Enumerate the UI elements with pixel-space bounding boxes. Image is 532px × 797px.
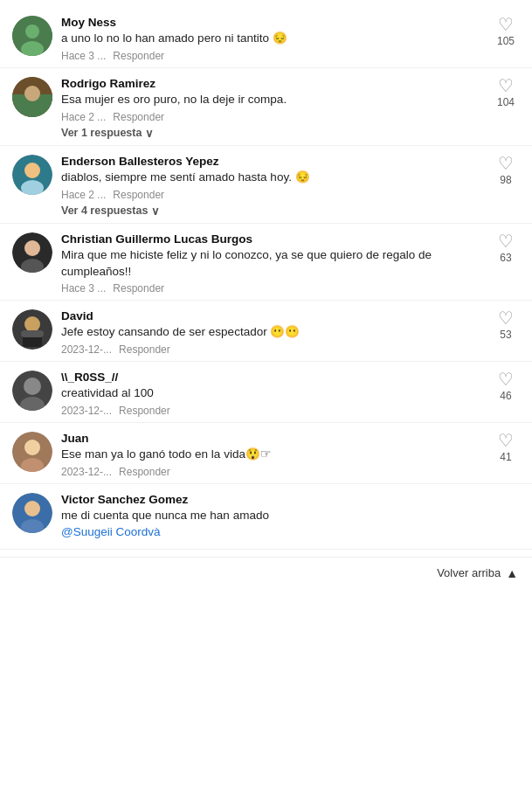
like-section: ♡ 41 [492,432,520,463]
svg-point-7 [24,163,40,178]
comment-meta: Hace 2 ... Responder [61,111,483,123]
svg-point-20 [24,440,40,455]
reply-link[interactable]: Responder [113,50,164,62]
comment-body: Moy Ness a uno lo no lo han amado pero n… [61,16,483,62]
comment-username: \\_R0SS_// [61,371,483,384]
heart-icon[interactable]: ♡ [498,16,514,33]
comment-body: David Jefe estoy cansando de ser especta… [61,309,483,356]
svg-point-13 [24,316,40,332]
comment-text: creatividad al 100 [61,385,483,402]
comment-meta: Hace 3 ... Responder [61,50,483,62]
like-section: ♡ 105 [492,16,520,47]
comment-username: David [61,309,483,322]
comment-time: Hace 3 ... [61,50,106,62]
comment-meta: 2023-12-... Responder [61,405,483,417]
heart-icon[interactable]: ♡ [498,371,514,388]
comment-text: Mira que me hiciste feliz y ni lo conozc… [61,247,483,281]
bottom-bar: Volver arriba ▲ [0,557,532,589]
comment-username: Enderson Ballesteros Yepez [61,155,483,168]
comment-username: Moy Ness [61,16,483,29]
comment-item: \\_R0SS_// creatividad al 100 2023-12-..… [0,362,532,423]
comment-time: 2023-12-... [61,466,112,478]
avatar [12,309,52,350]
comment-text: diablos, siempre me sentí amado hasta ho… [61,170,483,186]
avatar [12,371,52,411]
view-replies-label: Ver 4 respuestas [61,204,148,217]
reply-link[interactable]: Responder [119,405,170,417]
heart-icon[interactable]: ♡ [498,309,514,327]
comment-item: Victor Sanchez Gomez me di cuenta que nu… [0,484,532,550]
comment-body: Victor Sanchez Gomez me di cuenta que nu… [61,493,483,544]
comment-body: Christian Guillermo Lucas Burgos Mira qu… [61,232,483,295]
chevron-down-icon: ∨ [145,127,154,140]
comment-body: Juan Ese man ya lo ganó todo en la vida😲… [61,432,483,478]
like-count: 104 [497,96,515,108]
comment-username: Rodrigo Ramirez [61,77,483,90]
comment-body: Rodrigo Ramirez Esa mujer es oro puro, n… [61,77,483,123]
avatar [12,77,52,117]
svg-point-1 [25,24,39,38]
like-section: ♡ 63 [492,232,520,264]
volver-arriba-button[interactable]: Volver arriba ▲ [437,566,518,580]
avatar [12,155,52,195]
like-count: 98 [500,174,511,186]
mention-link[interactable]: @Suugeii Coordvà [61,525,161,538]
comment-text: Esa mujer es oro puro, no la deje ir com… [61,92,483,108]
avatar [12,16,52,56]
heart-icon[interactable]: ♡ [498,77,514,94]
comment-text-main: me di cuenta que nunca me han amado [61,509,269,522]
avatar [12,432,52,472]
svg-point-17 [24,378,41,395]
arrow-up-icon: ▲ [506,566,518,580]
heart-icon[interactable]: ♡ [498,432,514,449]
comment-username: Christian Guillermo Lucas Burgos [61,232,483,246]
comment-meta: Hace 3 ... Responder [61,282,483,295]
comment-time: 2023-12-... [61,405,112,417]
comment-body: Enderson Ballesteros Yepez diablos, siem… [61,155,483,201]
like-count: 53 [500,329,511,341]
reply-link[interactable]: Responder [119,343,170,356]
reply-link[interactable]: Responder [113,189,164,201]
like-count: 63 [500,252,511,264]
comment-text: Ese man ya lo ganó todo en la vida😲☞ [61,447,483,463]
avatar [12,232,52,273]
heart-icon[interactable]: ♡ [498,232,514,250]
comment-item: Rodrigo Ramirez Esa mujer es oro puro, n… [0,68,532,146]
comment-meta: Hace 2 ... Responder [61,189,483,201]
comment-item: Christian Guillermo Lucas Burgos Mira qu… [0,224,532,301]
comment-text: Jefe estoy cansando de ser espectador 😶😶 [61,324,483,341]
comment-item: Juan Ese man ya lo ganó todo en la vida😲… [0,423,532,484]
like-section: ♡ 53 [492,309,520,341]
view-replies-label: Ver 1 respuesta [61,127,142,139]
comment-username: Victor Sanchez Gomez [61,493,483,506]
svg-point-10 [24,240,40,256]
comment-text: a uno lo no lo han amado pero ni tantito… [61,31,483,47]
comment-body: \\_R0SS_// creatividad al 100 2023-12-..… [61,371,483,417]
comment-time: 2023-12-... [61,343,112,356]
comment-item: Enderson Ballesteros Yepez diablos, siem… [0,146,532,224]
comment-meta: 2023-12-... Responder [61,343,483,356]
reply-link[interactable]: Responder [113,111,164,123]
view-replies-3[interactable]: Ver 4 respuestas ∨ [61,204,520,218]
like-section: ♡ 98 [492,155,520,186]
heart-icon[interactable]: ♡ [498,155,514,172]
avatar [12,493,52,533]
like-count: 105 [497,35,515,47]
comment-username: Juan [61,432,483,445]
view-replies-1[interactable]: Ver 1 respuesta ∨ [61,127,520,140]
chevron-down-icon: ∨ [151,204,160,218]
comment-item: Moy Ness a uno lo no lo han amado pero n… [0,7,532,68]
comment-text: me di cuenta que nunca me han amado @Suu… [61,508,483,541]
comment-meta: 2023-12-... Responder [61,466,483,478]
comment-time: Hace 2 ... [61,189,106,201]
comment-time: Hace 2 ... [61,111,106,123]
comment-time: Hace 3 ... [61,282,106,295]
comments-list: Moy Ness a uno lo no lo han amado pero n… [0,0,532,557]
svg-point-5 [24,86,40,101]
reply-link[interactable]: Responder [119,466,170,478]
reply-link[interactable]: Responder [113,282,164,295]
svg-point-23 [24,501,40,516]
like-section: ♡ 104 [492,77,520,108]
comment-item: David Jefe estoy cansando de ser especta… [0,301,532,362]
like-count: 46 [500,390,511,402]
